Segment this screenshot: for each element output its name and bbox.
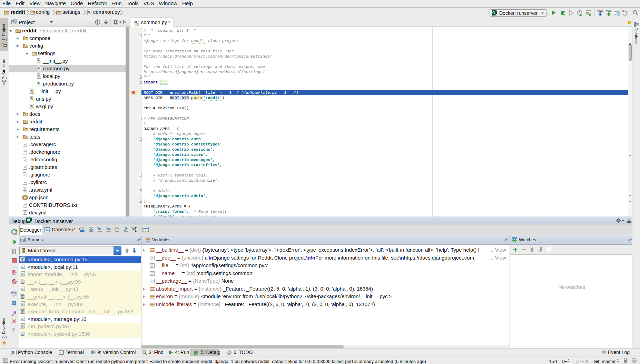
svg-text:01: 01: [151, 281, 153, 283]
svg-text:s: s: [22, 318, 23, 321]
svg-text:s: s: [22, 333, 23, 336]
svg-text:01: 01: [151, 266, 153, 268]
svg-text:s: s: [22, 325, 23, 328]
svg-text:s: s: [22, 311, 23, 313]
svg-text:s: s: [22, 273, 23, 276]
svg-text:01: 01: [151, 258, 153, 260]
svg-text:s: s: [22, 296, 23, 299]
svg-text:s: s: [22, 288, 23, 291]
svg-text:s: s: [22, 281, 23, 284]
svg-text:s: s: [22, 240, 24, 242]
svg-text:s: s: [22, 259, 23, 261]
svg-text:s: s: [22, 303, 23, 306]
svg-text:s: s: [22, 266, 23, 269]
svg-text:JS: JS: [24, 197, 26, 199]
svg-text:01: 01: [151, 273, 153, 275]
svg-text:VCS: VCS: [606, 9, 612, 12]
svg-text:VCS: VCS: [597, 9, 603, 12]
